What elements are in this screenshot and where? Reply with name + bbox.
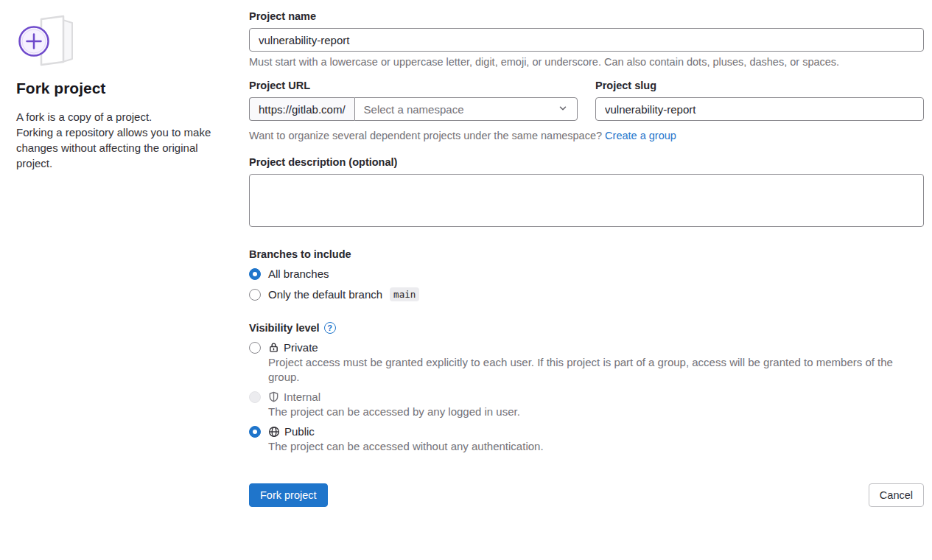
visibility-private-label[interactable]: Private [284,341,318,354]
visibility-internal-label: Internal [284,391,320,403]
branches-section: Branches to include All branches Only th… [249,248,924,301]
project-name-help: Must start with a lowercase or uppercase… [249,56,924,68]
url-slug-row: Project URL https://gitlab.com/ Select a… [249,80,924,121]
form-actions: Fork project Cancel [249,483,924,507]
project-name-group: Project name Must start with a lowercase… [249,10,924,68]
project-slug-input[interactable] [595,97,924,121]
visibility-public-row[interactable]: Public [249,425,924,438]
page-description-line1: A fork is a copy of a project. [16,109,215,125]
visibility-section: Visibility level ? P [249,322,924,454]
radio-public[interactable] [249,426,261,438]
visibility-internal-row: Internal [249,391,924,403]
fork-form: Project name Must start with a lowercase… [249,10,924,507]
namespace-help: Want to organize several dependent proje… [249,130,924,141]
project-description-group: Project description (optional) [249,156,924,229]
visibility-private-row[interactable]: Private [249,341,924,354]
fork-document-icon [16,10,77,69]
sidebar-info: Fork project A fork is a copy of a proje… [16,10,215,507]
cancel-button[interactable]: Cancel [869,483,924,507]
namespace-select[interactable]: Select a namespace [354,97,578,121]
chevron-down-icon [558,103,568,116]
namespace-help-text: Want to organize several dependent proje… [249,130,602,141]
lock-icon [268,342,279,353]
fork-project-page: Fork project A fork is a copy of a proje… [0,0,932,507]
radio-all-branches[interactable] [249,268,261,280]
project-url-group: Project URL https://gitlab.com/ Select a… [249,80,578,121]
visibility-public-help: The project can be accessed without any … [268,439,924,454]
branches-label: Branches to include [249,248,924,260]
project-description-label: Project description (optional) [249,156,924,168]
fork-project-button[interactable]: Fork project [249,483,328,507]
radio-private[interactable] [249,342,261,354]
globe-icon [268,426,280,438]
shield-icon [268,391,279,402]
branch-option-default-label[interactable]: Only the default branch [268,288,382,301]
project-name-input[interactable] [249,28,924,52]
radio-default-branch[interactable] [249,289,261,301]
visibility-option-internal: Internal The project can be accessed by … [249,391,924,419]
page-description-line2: Forking a repository allows you to make … [16,125,215,171]
branch-option-default[interactable]: Only the default branch main [249,287,924,301]
visibility-private-help: Project access must be granted explicitl… [268,355,924,385]
help-question-icon[interactable]: ? [324,322,336,334]
project-slug-label: Project slug [595,80,924,91]
project-name-label: Project name [249,10,924,22]
fork-illustration [16,10,77,69]
visibility-option-public: Public The project can be accessed witho… [249,425,924,454]
page-title: Fork project [16,80,215,97]
namespace-select-placeholder: Select a namespace [364,103,464,116]
create-group-link[interactable]: Create a group [605,130,676,141]
default-branch-badge: main [390,287,419,301]
branch-option-all[interactable]: All branches [249,267,924,280]
branch-option-all-label[interactable]: All branches [268,267,329,280]
visibility-label: Visibility level ? [249,322,924,334]
radio-internal [249,391,261,403]
visibility-option-private: Private Project access must be granted e… [249,341,924,385]
project-url-label: Project URL [249,80,578,91]
visibility-internal-help: The project can be accessed by any logge… [268,405,924,419]
visibility-public-label[interactable]: Public [284,425,315,438]
visibility-label-text: Visibility level [249,322,320,334]
project-slug-group: Project slug [595,80,924,121]
project-url-prefix: https://gitlab.com/ [249,97,354,121]
project-description-input[interactable] [249,174,924,227]
